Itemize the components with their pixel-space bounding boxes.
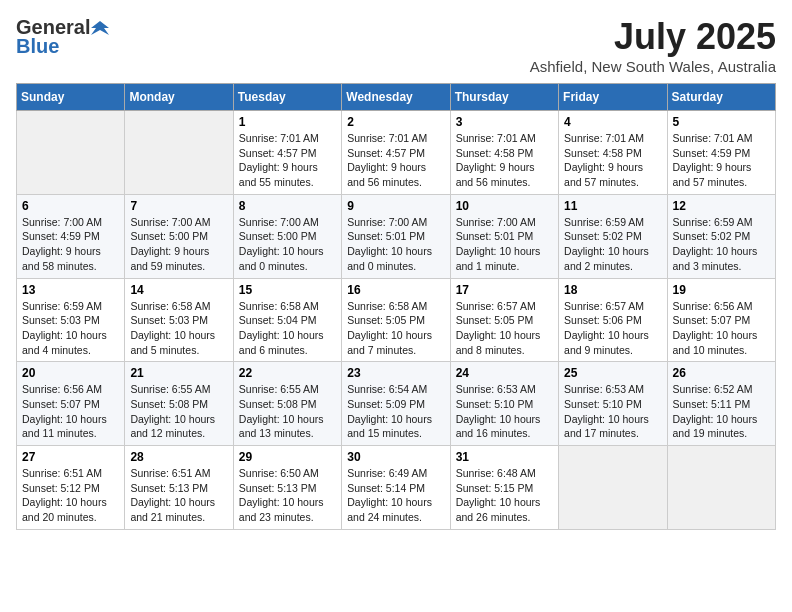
day-number: 2 [347, 115, 444, 129]
day-number: 21 [130, 366, 227, 380]
calendar-header-cell: Friday [559, 84, 667, 111]
day-info: Sunrise: 7:00 AMSunset: 5:01 PMDaylight:… [347, 215, 444, 274]
calendar-cell: 25Sunrise: 6:53 AMSunset: 5:10 PMDayligh… [559, 362, 667, 446]
calendar-header-cell: Saturday [667, 84, 775, 111]
logo-bird-icon [91, 19, 109, 37]
calendar-cell: 10Sunrise: 7:00 AMSunset: 5:01 PMDayligh… [450, 194, 558, 278]
calendar-cell [559, 446, 667, 530]
day-info: Sunrise: 6:59 AMSunset: 5:03 PMDaylight:… [22, 299, 119, 358]
day-info: Sunrise: 7:00 AMSunset: 5:00 PMDaylight:… [239, 215, 336, 274]
calendar-cell: 19Sunrise: 6:56 AMSunset: 5:07 PMDayligh… [667, 278, 775, 362]
calendar-cell: 24Sunrise: 6:53 AMSunset: 5:10 PMDayligh… [450, 362, 558, 446]
day-info: Sunrise: 6:55 AMSunset: 5:08 PMDaylight:… [239, 382, 336, 441]
day-info: Sunrise: 7:00 AMSunset: 5:00 PMDaylight:… [130, 215, 227, 274]
calendar-cell: 20Sunrise: 6:56 AMSunset: 5:07 PMDayligh… [17, 362, 125, 446]
day-info: Sunrise: 6:49 AMSunset: 5:14 PMDaylight:… [347, 466, 444, 525]
calendar-cell: 30Sunrise: 6:49 AMSunset: 5:14 PMDayligh… [342, 446, 450, 530]
calendar-week-row: 27Sunrise: 6:51 AMSunset: 5:12 PMDayligh… [17, 446, 776, 530]
day-info: Sunrise: 7:01 AMSunset: 4:58 PMDaylight:… [564, 131, 661, 190]
calendar-cell: 22Sunrise: 6:55 AMSunset: 5:08 PMDayligh… [233, 362, 341, 446]
calendar-header-cell: Thursday [450, 84, 558, 111]
day-number: 25 [564, 366, 661, 380]
day-number: 6 [22, 199, 119, 213]
calendar-cell: 13Sunrise: 6:59 AMSunset: 5:03 PMDayligh… [17, 278, 125, 362]
day-number: 16 [347, 283, 444, 297]
calendar-week-row: 13Sunrise: 6:59 AMSunset: 5:03 PMDayligh… [17, 278, 776, 362]
day-info: Sunrise: 6:58 AMSunset: 5:03 PMDaylight:… [130, 299, 227, 358]
calendar-header-cell: Monday [125, 84, 233, 111]
month-year-title: July 2025 [530, 16, 776, 58]
day-info: Sunrise: 7:00 AMSunset: 5:01 PMDaylight:… [456, 215, 553, 274]
day-info: Sunrise: 6:52 AMSunset: 5:11 PMDaylight:… [673, 382, 770, 441]
svg-marker-0 [91, 21, 109, 35]
calendar-header-cell: Wednesday [342, 84, 450, 111]
calendar-week-row: 6Sunrise: 7:00 AMSunset: 4:59 PMDaylight… [17, 194, 776, 278]
calendar-table: SundayMondayTuesdayWednesdayThursdayFrid… [16, 83, 776, 530]
calendar-cell [125, 111, 233, 195]
day-info: Sunrise: 6:58 AMSunset: 5:04 PMDaylight:… [239, 299, 336, 358]
logo-blue-text: Blue [16, 35, 59, 58]
day-number: 7 [130, 199, 227, 213]
calendar-cell: 1Sunrise: 7:01 AMSunset: 4:57 PMDaylight… [233, 111, 341, 195]
calendar-cell: 14Sunrise: 6:58 AMSunset: 5:03 PMDayligh… [125, 278, 233, 362]
day-number: 17 [456, 283, 553, 297]
calendar-cell: 5Sunrise: 7:01 AMSunset: 4:59 PMDaylight… [667, 111, 775, 195]
day-info: Sunrise: 7:01 AMSunset: 4:59 PMDaylight:… [673, 131, 770, 190]
calendar-cell: 15Sunrise: 6:58 AMSunset: 5:04 PMDayligh… [233, 278, 341, 362]
calendar-cell: 4Sunrise: 7:01 AMSunset: 4:58 PMDaylight… [559, 111, 667, 195]
day-number: 5 [673, 115, 770, 129]
day-number: 19 [673, 283, 770, 297]
calendar-cell: 8Sunrise: 7:00 AMSunset: 5:00 PMDaylight… [233, 194, 341, 278]
day-info: Sunrise: 7:01 AMSunset: 4:57 PMDaylight:… [347, 131, 444, 190]
day-info: Sunrise: 6:48 AMSunset: 5:15 PMDaylight:… [456, 466, 553, 525]
calendar-cell: 26Sunrise: 6:52 AMSunset: 5:11 PMDayligh… [667, 362, 775, 446]
page-header: General Blue July 2025 Ashfield, New Sou… [16, 16, 776, 75]
day-number: 12 [673, 199, 770, 213]
calendar-cell: 28Sunrise: 6:51 AMSunset: 5:13 PMDayligh… [125, 446, 233, 530]
day-info: Sunrise: 6:50 AMSunset: 5:13 PMDaylight:… [239, 466, 336, 525]
day-number: 28 [130, 450, 227, 464]
day-number: 18 [564, 283, 661, 297]
calendar-header-row: SundayMondayTuesdayWednesdayThursdayFrid… [17, 84, 776, 111]
day-number: 23 [347, 366, 444, 380]
title-block: July 2025 Ashfield, New South Wales, Aus… [530, 16, 776, 75]
day-info: Sunrise: 6:53 AMSunset: 5:10 PMDaylight:… [564, 382, 661, 441]
calendar-week-row: 1Sunrise: 7:01 AMSunset: 4:57 PMDaylight… [17, 111, 776, 195]
calendar-cell: 21Sunrise: 6:55 AMSunset: 5:08 PMDayligh… [125, 362, 233, 446]
calendar-cell: 18Sunrise: 6:57 AMSunset: 5:06 PMDayligh… [559, 278, 667, 362]
calendar-cell: 6Sunrise: 7:00 AMSunset: 4:59 PMDaylight… [17, 194, 125, 278]
calendar-cell: 2Sunrise: 7:01 AMSunset: 4:57 PMDaylight… [342, 111, 450, 195]
day-number: 1 [239, 115, 336, 129]
calendar-header-cell: Tuesday [233, 84, 341, 111]
day-number: 24 [456, 366, 553, 380]
calendar-header-cell: Sunday [17, 84, 125, 111]
calendar-week-row: 20Sunrise: 6:56 AMSunset: 5:07 PMDayligh… [17, 362, 776, 446]
day-info: Sunrise: 6:57 AMSunset: 5:05 PMDaylight:… [456, 299, 553, 358]
calendar-cell [17, 111, 125, 195]
calendar-cell: 31Sunrise: 6:48 AMSunset: 5:15 PMDayligh… [450, 446, 558, 530]
day-number: 9 [347, 199, 444, 213]
calendar-cell: 3Sunrise: 7:01 AMSunset: 4:58 PMDaylight… [450, 111, 558, 195]
calendar-body: 1Sunrise: 7:01 AMSunset: 4:57 PMDaylight… [17, 111, 776, 530]
day-number: 4 [564, 115, 661, 129]
day-info: Sunrise: 6:57 AMSunset: 5:06 PMDaylight:… [564, 299, 661, 358]
day-number: 15 [239, 283, 336, 297]
day-info: Sunrise: 7:01 AMSunset: 4:58 PMDaylight:… [456, 131, 553, 190]
calendar-header: SundayMondayTuesdayWednesdayThursdayFrid… [17, 84, 776, 111]
day-info: Sunrise: 6:54 AMSunset: 5:09 PMDaylight:… [347, 382, 444, 441]
calendar-cell [667, 446, 775, 530]
day-info: Sunrise: 7:00 AMSunset: 4:59 PMDaylight:… [22, 215, 119, 274]
day-number: 10 [456, 199, 553, 213]
logo: General Blue [16, 16, 110, 58]
day-number: 8 [239, 199, 336, 213]
day-number: 30 [347, 450, 444, 464]
calendar-cell: 11Sunrise: 6:59 AMSunset: 5:02 PMDayligh… [559, 194, 667, 278]
calendar-cell: 27Sunrise: 6:51 AMSunset: 5:12 PMDayligh… [17, 446, 125, 530]
day-number: 26 [673, 366, 770, 380]
day-number: 22 [239, 366, 336, 380]
day-info: Sunrise: 7:01 AMSunset: 4:57 PMDaylight:… [239, 131, 336, 190]
day-number: 31 [456, 450, 553, 464]
day-info: Sunrise: 6:51 AMSunset: 5:12 PMDaylight:… [22, 466, 119, 525]
calendar-cell: 12Sunrise: 6:59 AMSunset: 5:02 PMDayligh… [667, 194, 775, 278]
calendar-cell: 29Sunrise: 6:50 AMSunset: 5:13 PMDayligh… [233, 446, 341, 530]
